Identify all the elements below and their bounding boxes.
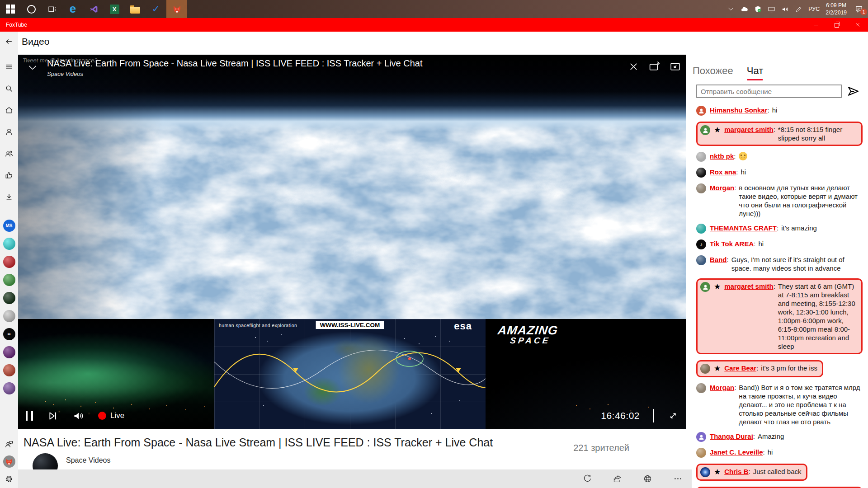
sidebar-channel-avatar[interactable] bbox=[3, 310, 15, 322]
tab-chat[interactable]: Чат bbox=[747, 65, 764, 77]
chat-colon: : bbox=[734, 384, 736, 391]
sidebar-channel-avatar[interactable] bbox=[3, 346, 15, 358]
taskbar-app-todo-check[interactable]: ✓ bbox=[146, 0, 166, 18]
chat-username[interactable]: Janet C. Leveille bbox=[710, 448, 763, 456]
member-star-icon: ★ bbox=[714, 282, 721, 291]
clock[interactable]: 6:09 PM 2/2/2019 bbox=[826, 2, 847, 16]
close-button[interactable] bbox=[847, 18, 868, 32]
pause-button[interactable] bbox=[26, 411, 33, 421]
tray-chevron-icon[interactable] bbox=[727, 5, 735, 13]
system-tray: РУС 6:09 PM 2/2/2019 1 bbox=[727, 0, 868, 18]
chat-username[interactable]: Thanga Durai bbox=[710, 432, 753, 440]
action-center-button[interactable]: 1 bbox=[854, 5, 864, 14]
sidebar-channel-avatar[interactable] bbox=[3, 382, 15, 394]
sidebar-channel-avatar[interactable] bbox=[3, 274, 15, 286]
chat-message: Band:Guys, I'm not sure if it's straight… bbox=[696, 255, 863, 272]
chat-username[interactable]: THEMANTAS CRAFT bbox=[710, 224, 777, 232]
chat-message: THEMANTAS CRAFT:it's amazing bbox=[696, 224, 863, 234]
chat-colon: : bbox=[768, 106, 769, 114]
display-icon[interactable] bbox=[768, 5, 775, 13]
onedrive-cloud-icon[interactable] bbox=[741, 5, 748, 13]
home-icon[interactable] bbox=[5, 106, 14, 115]
taskbar-app-file-explorer[interactable] bbox=[125, 0, 146, 18]
restore-button[interactable] bbox=[826, 18, 847, 32]
minimize-icon bbox=[814, 25, 818, 25]
settings-gear-icon[interactable] bbox=[5, 474, 14, 483]
sidebar-channel-avatar[interactable] bbox=[3, 364, 15, 376]
chat-username[interactable]: Morgan bbox=[710, 384, 734, 391]
search-icon[interactable] bbox=[5, 84, 14, 93]
taskbar-app-start[interactable] bbox=[0, 0, 21, 18]
chat-text: hi bbox=[758, 239, 863, 248]
taskbar-app-edge[interactable]: e bbox=[62, 0, 83, 18]
chat-text bbox=[739, 152, 863, 160]
sidebar-channel-avatar[interactable]: •• bbox=[3, 328, 15, 340]
chat-username[interactable]: Band bbox=[710, 256, 727, 263]
foxtube-avatar[interactable] bbox=[3, 455, 15, 468]
taskbar-app-task-view[interactable] bbox=[42, 0, 62, 18]
chat-text: it's 3 pm for the iss bbox=[761, 364, 817, 372]
person-avatar-icon bbox=[698, 108, 705, 114]
subscriptions-icon[interactable] bbox=[5, 149, 14, 158]
player-title-block: NASA Live: Earth From Space - Nasa Live … bbox=[47, 58, 423, 77]
chat-message: Thanga Durai:Amazing bbox=[696, 432, 863, 442]
volume-icon[interactable] bbox=[72, 410, 85, 422]
chat-username[interactable]: Chris B bbox=[724, 468, 748, 475]
chat-username[interactable]: Morgan bbox=[710, 184, 734, 192]
close-video-icon[interactable] bbox=[628, 61, 639, 72]
clock-time: 6:09 PM bbox=[826, 2, 847, 9]
chat-username[interactable]: nktb pk bbox=[710, 152, 734, 160]
cast-icon[interactable] bbox=[649, 61, 660, 72]
next-track-icon[interactable] bbox=[47, 410, 59, 422]
menu-button[interactable] bbox=[5, 62, 14, 71]
channel-name[interactable]: Space Videos bbox=[66, 456, 110, 465]
chat-message: Morgan:Band)) Вот и я о том же тратятся … bbox=[696, 383, 863, 426]
chat-message: Himanshu Sonkar:hi bbox=[696, 106, 863, 116]
defender-shield-icon[interactable] bbox=[754, 5, 762, 13]
account-icon[interactable] bbox=[5, 127, 14, 136]
chat-username[interactable]: Care Bear bbox=[724, 364, 756, 372]
miniplayer-icon[interactable] bbox=[670, 61, 681, 72]
video-watermark: Tweet me @Amazingspace2 bbox=[23, 57, 97, 64]
speaker-icon[interactable] bbox=[781, 5, 789, 13]
folder-icon bbox=[130, 7, 140, 14]
chat-colon: : bbox=[774, 126, 775, 133]
taskbar-app-visual-studio[interactable] bbox=[83, 0, 104, 18]
back-button[interactable] bbox=[5, 37, 14, 46]
minimize-button[interactable] bbox=[806, 18, 826, 32]
sidebar-channel-avatar[interactable] bbox=[3, 292, 15, 304]
send-message-icon[interactable] bbox=[846, 85, 860, 98]
globe-icon[interactable] bbox=[643, 474, 652, 483]
more-options-icon[interactable] bbox=[673, 474, 683, 483]
chat-username[interactable]: margaret smith bbox=[724, 126, 773, 133]
amazing-space-logo: AMAZING SPACE bbox=[496, 324, 559, 346]
video-player[interactable]: human spaceflight and exploration WWW.IS… bbox=[18, 55, 686, 429]
chat-username[interactable]: Tik Tok AREA bbox=[710, 240, 754, 248]
sidebar-channel-avatar[interactable] bbox=[3, 256, 15, 268]
chat-text: в основном для тупых янки делают такие в… bbox=[739, 183, 863, 218]
feedback-icon[interactable] bbox=[5, 440, 14, 449]
chat-username[interactable]: Rox ana bbox=[710, 168, 736, 176]
chat-message-body: Himanshu Sonkar:hi bbox=[710, 106, 863, 114]
refresh-icon[interactable] bbox=[582, 474, 592, 483]
pen-icon[interactable] bbox=[795, 5, 802, 13]
chat-input-row bbox=[696, 84, 868, 98]
chat-username[interactable]: margaret smith bbox=[724, 282, 773, 290]
fullscreen-icon[interactable] bbox=[668, 410, 679, 421]
language-indicator[interactable]: РУС bbox=[808, 6, 820, 12]
taskbar-app-cortana[interactable] bbox=[21, 0, 42, 18]
taskbar-app-foxtube[interactable] bbox=[166, 0, 187, 18]
downloads-icon[interactable] bbox=[5, 192, 14, 202]
share-icon[interactable] bbox=[613, 474, 622, 483]
taskbar-app-excel[interactable]: X bbox=[104, 0, 125, 18]
sidebar-channel-avatar[interactable] bbox=[3, 238, 15, 250]
chat-avatar bbox=[696, 224, 706, 234]
chat-username[interactable]: Himanshu Sonkar bbox=[710, 106, 768, 114]
liked-videos-icon[interactable] bbox=[5, 171, 14, 180]
taskbar-apps: eX✓ bbox=[0, 0, 187, 18]
tab-related[interactable]: Похожее bbox=[693, 65, 733, 77]
player-video-title: NASA Live: Earth From Space - Nasa Live … bbox=[47, 58, 423, 69]
chat-colon: : bbox=[777, 224, 778, 232]
sidebar-channel-avatar[interactable]: MS bbox=[3, 220, 15, 232]
chat-message-input[interactable] bbox=[696, 84, 842, 98]
